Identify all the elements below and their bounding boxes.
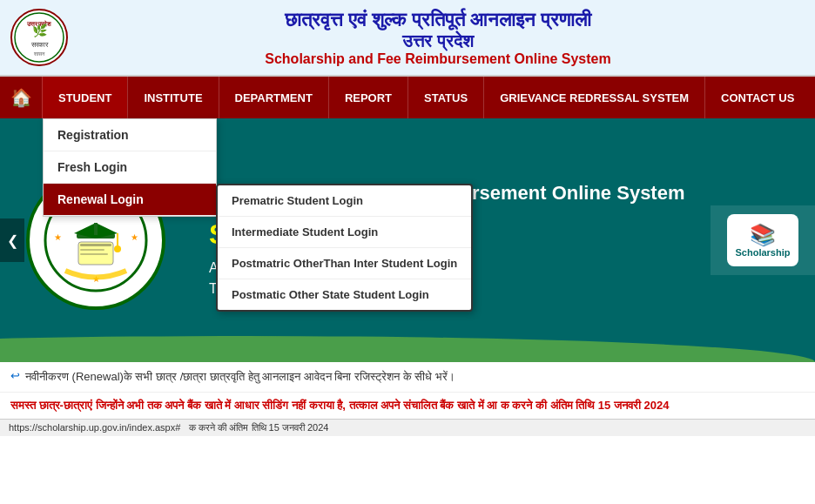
nav-grievance-label: GRIEVANCE REDRESSAL SYSTEM (500, 91, 689, 104)
student-dropdown: Registration Fresh Login Renewal Login P… (43, 118, 217, 217)
dropdown-fresh-login[interactable]: Fresh Login (44, 151, 216, 184)
banner-right: 📚 Scholarship (711, 205, 815, 275)
svg-rect-13 (94, 223, 98, 235)
status-date: क करने की अंतिम तिथि 15 जनवरी 2024 (189, 422, 328, 433)
date-notice: क करने की अंतिम तिथि 15 जनवरी 2024 (501, 399, 670, 412)
nav-institute[interactable]: INSTITUTE (127, 77, 218, 118)
scholarship-badge: 📚 Scholarship (727, 214, 799, 266)
status-url: https://scholarship.up.gov.in/index.aspx… (9, 422, 180, 433)
svg-point-15 (114, 245, 121, 252)
svg-rect-17 (80, 244, 111, 246)
nav-report[interactable]: REPORT (328, 77, 408, 118)
navbar: 🏠 STUDENT Registration Fresh Login Renew… (0, 77, 815, 118)
nav-status[interactable]: STATUS (408, 77, 483, 118)
svg-rect-18 (80, 249, 104, 251)
carousel-prev-button[interactable]: ❮ (0, 218, 24, 262)
notice-text-1: नवीनीकरण (Renewal)के सभी छात्र /छात्रा छ… (25, 369, 455, 385)
header-subtitle-hindi: उत्तर प्रदेश (70, 31, 806, 51)
nav-department[interactable]: DEPARTMENT (219, 77, 328, 118)
header-title-hindi: छात्रवृत्त एवं शुल्क प्रतिपूर्त आनलाइन प… (70, 9, 806, 31)
nav-student[interactable]: STUDENT Registration Fresh Login Renewal… (42, 77, 127, 118)
marquee-text: समस्त छात्र-छात्राएं जिन्होंने अभी तक अप… (10, 399, 497, 412)
svg-text:सरकार: सरकार (30, 41, 49, 49)
submenu-postmatric-state[interactable]: Postmatic Other State Student Login (218, 279, 471, 310)
nav-status-label: STATUS (424, 91, 468, 104)
header: उत्तर प्रदेश 🌿 सरकार शासन छात्रवृत्त एवं… (0, 0, 815, 77)
dropdown-renewal-login[interactable]: Renewal Login Prematric Student Login In… (44, 184, 216, 216)
nav-student-label: STUDENT (58, 91, 111, 104)
svg-text:★: ★ (54, 232, 62, 242)
chevron-left-icon: ❮ (7, 232, 18, 249)
home-nav-button[interactable]: 🏠 (0, 77, 42, 118)
nav-report-label: REPORT (345, 91, 392, 104)
header-text-block: छात्रवृत्त एवं शुल्क प्रतिपूर्त आनलाइन प… (70, 9, 806, 67)
nav-contact-label: CONTACT US (721, 91, 794, 104)
header-logo: उत्तर प्रदेश 🌿 सरकार शासन (9, 7, 70, 68)
notice-icon-1: ↩ (10, 369, 20, 382)
svg-text:🌿: 🌿 (32, 24, 48, 38)
home-icon: 🏠 (10, 87, 32, 108)
submenu-prematric[interactable]: Prematric Student Login (218, 185, 471, 217)
status-bar: https://scholarship.up.gov.in/index.aspx… (0, 419, 815, 436)
renewal-submenu: Prematric Student Login Intermediate Stu… (216, 184, 473, 312)
banner-wave (0, 336, 815, 362)
nav-institute-label: INSTITUTE (144, 91, 202, 104)
submenu-postmatric-other[interactable]: Postmatric OtherThan Inter Student Login (218, 248, 471, 279)
dropdown-registration[interactable]: Registration (44, 119, 216, 151)
nav-department-label: DEPARTMENT (235, 91, 313, 104)
notice-bar-2: समस्त छात्र-छात्राएं जिन्होंने अभी तक अप… (0, 392, 815, 419)
svg-text:शासन: शासन (33, 51, 45, 57)
submenu-intermediate[interactable]: Intermediate Student Login (218, 217, 471, 248)
svg-text:★: ★ (131, 232, 138, 242)
svg-point-0 (11, 10, 67, 65)
nav-grievance[interactable]: GRIEVANCE REDRESSAL SYSTEM (483, 77, 704, 118)
header-subtitle-en: Scholarship and Fee Reimbursement Online… (70, 51, 806, 67)
notice-bar-1: ↩ नवीनीकरण (Renewal)के सभी छात्र /छात्रा… (0, 362, 815, 392)
svg-rect-19 (80, 253, 108, 255)
nav-contact[interactable]: CONTACT US (704, 77, 810, 118)
